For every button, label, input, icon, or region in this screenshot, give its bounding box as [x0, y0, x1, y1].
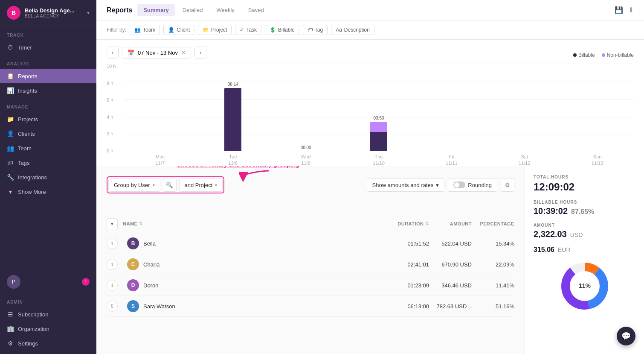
filter-tag[interactable]: 🏷 Tag: [303, 25, 328, 35]
row-num: 5: [111, 304, 113, 309]
sidebar-item-show-more[interactable]: ▾ Show More: [0, 184, 96, 199]
sidebar-item-insights[interactable]: 📊 Insights: [0, 83, 96, 98]
billable-hours-row: 10:39:02 87.65%: [534, 206, 635, 216]
primary-search-button[interactable]: 🔍: [163, 178, 177, 192]
chart-col-fri: Fri11/11: [415, 64, 488, 166]
avatar[interactable]: P: [7, 275, 20, 289]
filter-client[interactable]: 👤 Client: [163, 25, 194, 35]
sidebar-item-clients[interactable]: 👤 Clients: [0, 126, 96, 141]
analyze-section-label: ANALYZE: [0, 55, 96, 69]
y-label-6: 6 h: [107, 97, 116, 102]
billable-percentage: 87.65%: [571, 208, 594, 216]
row-duration: 06:13:00: [378, 303, 429, 310]
rounding-toggle: [453, 181, 465, 188]
chart-legend: Billable Non-billable: [573, 52, 634, 58]
next-date-button[interactable]: ›: [194, 47, 206, 59]
sidebar-item-timer[interactable]: ⏱ Timer: [0, 40, 96, 55]
top-nav: Reports Summary Detailed Weekly Saved 💾 …: [96, 0, 644, 20]
sidebar-item-reports[interactable]: 📋 Reports: [0, 69, 96, 83]
non-billable-bar: [370, 122, 387, 132]
row-percentage: 51.16%: [472, 303, 514, 310]
sidebar-item-label: Settings: [18, 340, 38, 347]
row-num: 1: [111, 283, 113, 288]
filter-project[interactable]: 📁 Project: [198, 25, 232, 35]
sidebar-item-subscription[interactable]: ☰ Subscription: [0, 307, 96, 322]
sidebar-item-settings[interactable]: ⚙ Settings: [0, 336, 96, 351]
sidebar-item-tags[interactable]: 🏷 Tags: [0, 155, 96, 170]
row-name: Doron: [143, 282, 378, 289]
billable-hours-value: 10:39:02: [534, 206, 568, 216]
tags-icon: 🏷: [7, 159, 14, 166]
col-label: Sat11/12: [519, 154, 531, 166]
sidebar-item-label: Projects: [18, 116, 38, 123]
filter-team[interactable]: 👥 Team: [130, 25, 160, 35]
sidebar-header[interactable]: B Bella Design Age... BELLA AGENCY ▾: [0, 0, 96, 26]
sidebar-item-team[interactable]: 👥 Team: [0, 141, 96, 155]
sidebar-item-label: Insights: [18, 88, 37, 94]
sidebar-item-integrations[interactable]: 🔧 Integrations: [0, 170, 96, 184]
expand-all-button[interactable]: ▾: [107, 218, 118, 229]
amount-label: AMOUNT: [534, 223, 635, 228]
date-range-picker[interactable]: 📅 07 Nov - 13 Nov ✕: [122, 47, 191, 59]
chart-columns: Mon11/708:14Tue11/800:00Wed11/903:53Thu1…: [124, 64, 634, 166]
name-sort-icon[interactable]: ⇅: [139, 222, 143, 226]
settings-icon: ⚙: [7, 340, 14, 347]
amount-eur-row: 315.06 EUR: [534, 246, 635, 254]
topnav-actions: 💾 ⬇: [615, 6, 634, 14]
notification-badge[interactable]: 1: [82, 278, 90, 286]
save-icon[interactable]: 💾: [615, 6, 623, 14]
prev-date-button[interactable]: ‹: [107, 47, 119, 59]
table-settings-button[interactable]: ⚙: [501, 178, 514, 192]
secondary-group-select[interactable]: and Project ▾: [179, 178, 223, 192]
tab-summary[interactable]: Summary: [137, 4, 174, 16]
chart-col-mon: Mon11/7: [124, 64, 197, 166]
org-sub: BELLA AGENCY: [25, 14, 83, 18]
show-amounts-label: Show amounts and rates: [372, 182, 434, 188]
filter-bar: Filter by: 👥 Team 👤 Client 📁 Project ✓ T…: [96, 20, 644, 40]
tab-weekly[interactable]: Weekly: [210, 4, 240, 16]
table-row: 1 C Charla 02:41:01 670.90 USD 22.09%: [107, 254, 514, 275]
show-amounts-button[interactable]: Show amounts and rates ▾: [367, 178, 445, 192]
tab-detailed[interactable]: Detailed: [177, 4, 209, 16]
row-percentage: 11.41%: [472, 282, 514, 289]
chat-button[interactable]: 💬: [617, 327, 635, 345]
profile-row: P 1: [0, 271, 96, 293]
tab-saved[interactable]: Saved: [242, 4, 270, 16]
col-label: Mon11/7: [156, 154, 165, 166]
primary-group-select[interactable]: Group by User ▾: [108, 178, 160, 192]
clear-date-button[interactable]: ✕: [181, 50, 186, 56]
grouping-box: Group by User ▾ 🔍 and Project ▾: [107, 176, 224, 193]
sidebar-item-organization[interactable]: 🏢 Organization: [0, 322, 96, 336]
row-expand-button[interactable]: 1: [107, 259, 118, 270]
filter-task[interactable]: ✓ Task: [235, 25, 261, 35]
team-icon: 👥: [7, 145, 14, 152]
table-section: Choose a Primary and Secondary grouping: [96, 166, 525, 354]
row-avatar: B: [127, 237, 139, 249]
y-label-8: 8 h: [107, 81, 116, 86]
sidebar-item-label: Reports: [18, 73, 38, 79]
row-expand-button[interactable]: 1: [107, 280, 118, 291]
calendar-icon: 📅: [128, 50, 134, 56]
row-expand-button[interactable]: 5: [107, 301, 118, 312]
integrations-icon: 🔧: [7, 174, 14, 181]
col-header-name: NAME ⇅: [123, 221, 378, 226]
manage-section-label: MANAGE: [0, 98, 96, 112]
donut-chart: 11%: [534, 260, 635, 313]
row-amount: 670.90 USD: [429, 261, 472, 268]
rounding-toggle-knob: [454, 182, 459, 187]
y-label-10: 10 h: [107, 64, 116, 69]
row-percentage: 22.09%: [472, 261, 514, 268]
bar-chart: 0 h 2 h 4 h 6 h 8 h 10 h Mon11/708:14Tue…: [107, 64, 634, 166]
billable-legend: Billable: [573, 52, 595, 58]
download-icon[interactable]: ⬇: [628, 6, 634, 14]
filter-billable[interactable]: 💲 Billable: [265, 25, 299, 35]
duration-sort-icon[interactable]: ⇅: [426, 222, 429, 226]
row-avatar: C: [127, 258, 139, 270]
chat-icon: 💬: [621, 331, 631, 341]
rounding-button[interactable]: Rounding: [448, 178, 497, 192]
row-expand-button[interactable]: 1: [107, 238, 118, 249]
filter-description[interactable]: Aa Description: [331, 25, 374, 35]
chart-col-sun: Sun11/13: [561, 64, 634, 166]
sidebar-item-projects[interactable]: 📁 Projects: [0, 112, 96, 126]
col-label: Tue11/8: [229, 154, 238, 166]
